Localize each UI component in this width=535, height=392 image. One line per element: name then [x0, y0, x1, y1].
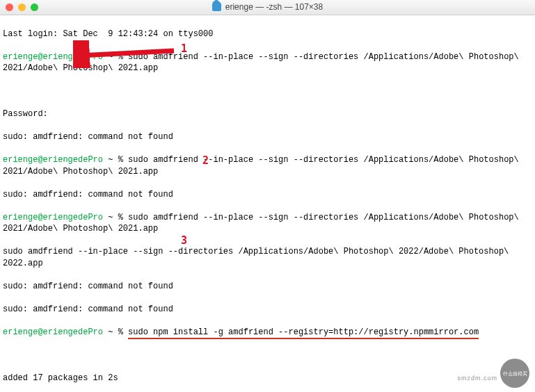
zoom-icon[interactable]	[31, 3, 38, 11]
annotation-3: 3	[181, 234, 187, 248]
output-line: Last login: Sat Dec 9 12:43:24 on ttys00…	[3, 28, 532, 40]
window-title: erienge — -zsh — 107×38	[225, 1, 323, 13]
prompt-line: erienge@eriengedePro ~ % sudo npm instal…	[3, 327, 532, 338]
terminal-body[interactable]: Last login: Sat Dec 9 12:43:24 on ttys00…	[0, 15, 535, 392]
output-line: sudo: amdfriend: command not found	[3, 281, 532, 293]
svg-line-0	[80, 51, 174, 56]
output-line: added 17 packages in 2s	[3, 373, 532, 384]
watermark-site: smzdm.com	[457, 374, 497, 382]
output-line: sudo: amdfriend: command not found	[3, 131, 532, 143]
command-text: sudo npm install -g amdfriend --registry…	[128, 327, 479, 339]
annotation-1: 1	[181, 42, 187, 56]
output-line: sudo: amdfriend: command not found	[3, 189, 532, 201]
annotation-2: 2	[202, 154, 209, 168]
prompt-line: erienge@eriengedePro ~ % sudo amdfriend …	[3, 154, 532, 177]
annotation-arrow-icon	[73, 40, 177, 68]
output-line: sudo: amdfriend: command not found	[3, 304, 532, 316]
output-line: Password:	[3, 108, 532, 120]
close-icon[interactable]	[6, 3, 13, 11]
watermark-badge-icon: 什么值得买	[500, 359, 529, 388]
home-folder-icon	[212, 3, 221, 11]
prompt-line: erienge@eriengedePro ~ % sudo amdfriend …	[3, 212, 532, 235]
traffic-lights	[6, 3, 38, 11]
minimize-icon[interactable]	[18, 3, 26, 11]
window-titlebar: erienge — -zsh — 107×38	[0, 0, 535, 15]
output-line: sudo amdfriend --in-place --sign --direc…	[3, 246, 532, 269]
